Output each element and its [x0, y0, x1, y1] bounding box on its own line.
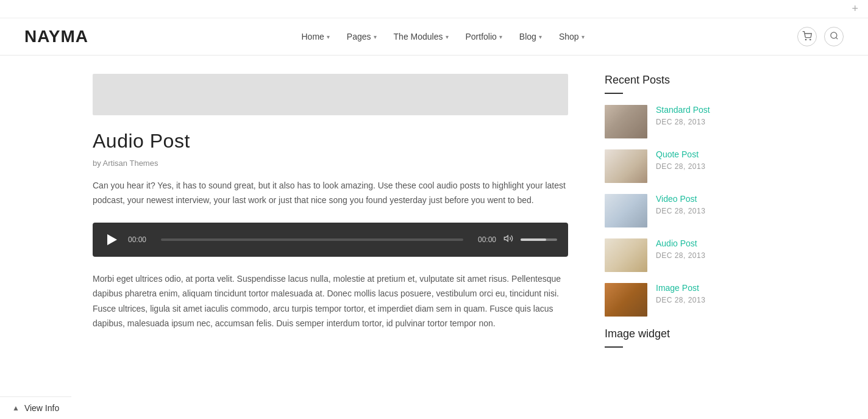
post-thumbnail [605, 194, 647, 227]
list-item: Video Post DEC 28, 2013 [605, 194, 775, 227]
post-thumbnail [605, 149, 647, 183]
nav-item-portfolio[interactable]: Portfolio ▾ [466, 32, 502, 41]
svg-marker-4 [504, 235, 508, 241]
post-date: DEC 28, 2013 [656, 207, 705, 215]
nav-label-shop: Shop [559, 32, 579, 41]
list-item: Standard Post DEC 28, 2013 [605, 105, 775, 138]
post-body: Morbi eget ultrices odio, at porta velit… [93, 271, 568, 331]
top-bar: + [0, 0, 868, 18]
play-button[interactable] [104, 231, 121, 248]
svg-point-0 [805, 39, 806, 40]
audio-time-start: 00:00 [128, 235, 154, 244]
nav-item-shop[interactable]: Shop ▾ [559, 32, 585, 41]
post-excerpt: Can you hear it? Yes, it has to sound gr… [93, 179, 568, 208]
list-item: Quote Post DEC 28, 2013 [605, 149, 775, 183]
post-title: Audio Post [93, 130, 568, 152]
main-content: Audio Post by Artisan Themes Can you hea… [93, 74, 568, 359]
sidebar: Recent Posts Standard Post DEC 28, 2013 … [605, 74, 775, 359]
search-icon [830, 31, 839, 42]
post-link[interactable]: Standard Post [656, 105, 710, 115]
cart-icon [802, 31, 812, 43]
plus-icon[interactable]: + [852, 2, 858, 15]
section-divider-2 [605, 346, 623, 348]
chevron-down-icon: ▾ [539, 34, 542, 40]
nav-icon-group [797, 27, 844, 46]
mute-button[interactable] [503, 234, 513, 246]
post-date: DEC 28, 2013 [656, 296, 705, 304]
nav-item-home[interactable]: Home ▾ [302, 32, 330, 41]
chevron-down-icon: ▾ [327, 34, 330, 40]
post-link[interactable]: Audio Post [656, 238, 705, 248]
post-link[interactable]: Video Post [656, 194, 705, 204]
post-date: DEC 28, 2013 [656, 118, 705, 126]
post-date: DEC 28, 2013 [656, 162, 705, 171]
post-link[interactable]: Image Post [656, 283, 705, 293]
header: NAYMA Home ▾ Pages ▾ The Modules ▾ Portf… [0, 18, 868, 56]
post-author: by Artisan Themes [93, 159, 568, 168]
nav-label-portfolio: Portfolio [466, 32, 497, 41]
nav-label-home: Home [302, 32, 324, 41]
main-nav: Home ▾ Pages ▾ The Modules ▾ Portfolio ▾… [302, 32, 585, 41]
volume-fill [521, 238, 546, 241]
image-widget-title: Image widget [605, 328, 775, 340]
svg-point-2 [830, 32, 836, 38]
audio-player: 00:00 00:00 [93, 223, 568, 257]
svg-line-3 [836, 37, 838, 39]
cart-button[interactable] [797, 27, 817, 46]
recent-posts-title: Recent Posts [605, 74, 775, 87]
chevron-down-icon: ▾ [374, 34, 377, 40]
list-item: Image Post DEC 28, 2013 [605, 283, 775, 317]
audio-progress-bar[interactable] [161, 238, 463, 241]
nav-item-modules[interactable]: The Modules ▾ [394, 32, 449, 41]
nav-label-modules: The Modules [394, 32, 443, 41]
chevron-down-icon: ▾ [446, 34, 449, 40]
banner-image [93, 74, 568, 115]
chevron-down-icon: ▾ [582, 34, 585, 40]
logo[interactable]: NAYMA [24, 27, 88, 46]
post-thumbnail [605, 238, 647, 272]
post-date: DEC 28, 2013 [656, 251, 705, 260]
section-divider [605, 93, 623, 94]
volume-slider[interactable] [521, 238, 557, 241]
svg-point-1 [810, 39, 811, 40]
recent-posts-list: Standard Post DEC 28, 2013 Quote Post DE… [605, 105, 775, 317]
audio-time-end: 00:00 [471, 235, 496, 244]
nav-label-pages: Pages [347, 32, 371, 41]
list-item: Audio Post DEC 28, 2013 [605, 238, 775, 272]
post-thumbnail [605, 105, 647, 138]
nav-item-pages[interactable]: Pages ▾ [347, 32, 377, 41]
post-link[interactable]: Quote Post [656, 149, 705, 159]
chevron-down-icon: ▾ [499, 34, 502, 40]
play-icon [107, 234, 117, 245]
page-layout: Audio Post by Artisan Themes Can you hea… [68, 56, 800, 377]
search-button[interactable] [824, 27, 844, 46]
nav-item-blog[interactable]: Blog ▾ [519, 32, 542, 41]
nav-label-blog: Blog [519, 32, 536, 41]
post-thumbnail [605, 283, 647, 317]
volume-icon [503, 235, 513, 245]
